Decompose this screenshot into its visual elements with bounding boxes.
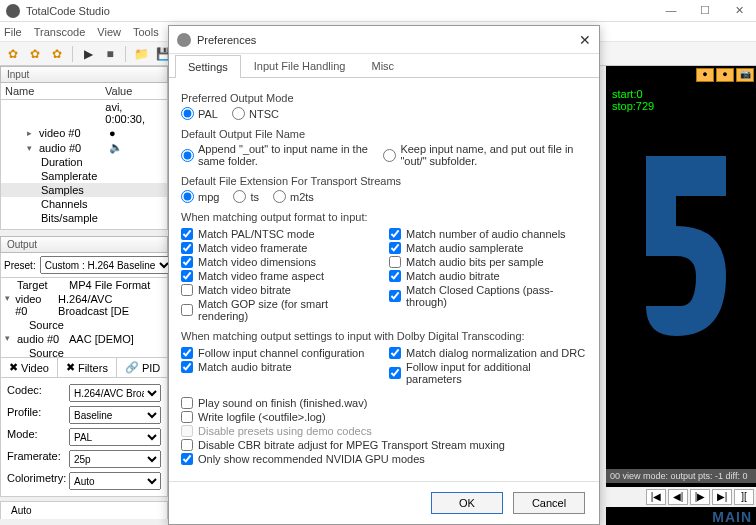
codec-select[interactable]: H.264/AVC Broadcast bbox=[69, 384, 161, 402]
preview-pane: ● ● 📷 start:0 stop:729 00 view mode: out… bbox=[606, 66, 756, 525]
chk-audio-channels[interactable]: Match number of audio channels bbox=[389, 228, 587, 240]
output-panel-header: Output bbox=[0, 236, 168, 253]
ok-button[interactable]: OK bbox=[431, 492, 503, 514]
video-icon: ● bbox=[109, 127, 116, 139]
radio-out-subfolder[interactable]: Keep input name, and put out file in "ou… bbox=[383, 143, 587, 167]
bracket-icon[interactable]: ][ bbox=[734, 489, 754, 505]
stop-icon[interactable]: ■ bbox=[101, 45, 119, 63]
cancel-button[interactable]: Cancel bbox=[513, 492, 585, 514]
radio-ntsc[interactable]: NTSC bbox=[232, 107, 279, 120]
output-tree[interactable]: TargetMP4 File Format ▾video #0H.264/AVC… bbox=[0, 278, 168, 358]
chk-video-bitrate[interactable]: Match video bitrate bbox=[181, 284, 379, 296]
col-name: Name bbox=[5, 85, 105, 97]
chk-play-sound[interactable]: Play sound on finish (finished.wav) bbox=[181, 397, 587, 409]
x-icon: ✖ bbox=[66, 361, 75, 374]
colorimetry-select[interactable]: Auto bbox=[69, 472, 161, 490]
preview-main-label: MAIN bbox=[712, 509, 752, 525]
chk-dialog-norm[interactable]: Match dialog normalization and DRC bbox=[389, 347, 587, 359]
play-icon[interactable]: ▶ bbox=[79, 45, 97, 63]
input-tree[interactable]: avi, 0:00:30, ▸video #0● ▾audio #0🔈 Dura… bbox=[0, 100, 168, 230]
mode-select[interactable]: PAL bbox=[69, 428, 161, 446]
radio-m2ts[interactable]: m2ts bbox=[273, 190, 314, 203]
maximize-button[interactable]: ☐ bbox=[694, 4, 716, 17]
link-icon: 🔗 bbox=[125, 361, 139, 374]
tree-row-selected: Samples bbox=[1, 183, 167, 197]
chk-audio-bitrate[interactable]: Match audio bitrate bbox=[389, 270, 587, 282]
dialog-tabs: Settings Input File Handling Misc bbox=[169, 54, 599, 78]
video-settings: Codec:H.264/AVC Broadcast Profile:Baseli… bbox=[0, 378, 168, 497]
tab-pid[interactable]: 🔗PID bbox=[117, 358, 169, 377]
chk-video-dimensions[interactable]: Match video dimensions bbox=[181, 256, 379, 268]
dialog-title: Preferences bbox=[197, 34, 579, 46]
app-icon bbox=[6, 4, 20, 18]
gear2-icon[interactable]: ✿ bbox=[26, 45, 44, 63]
app-title: TotalCode Studio bbox=[26, 5, 660, 17]
titlebar: TotalCode Studio — ☐ ✕ bbox=[0, 0, 756, 22]
chk-disable-demo: Disable presets using demo codecs bbox=[181, 425, 587, 437]
chk-disable-cbr[interactable]: Disable CBR bitrate adjust for MPEG Tran… bbox=[181, 439, 587, 451]
preset-label: Preset: bbox=[4, 260, 36, 271]
transport-bar: |◀ ◀| |▶ ▶| ][ bbox=[606, 487, 756, 507]
twisty-icon[interactable]: ▸ bbox=[27, 128, 37, 138]
out-name-label: Default Output File Name bbox=[181, 128, 587, 140]
tab-video[interactable]: ✖Video bbox=[1, 358, 58, 377]
menu-transcode[interactable]: Transcode bbox=[34, 26, 86, 38]
col-value: Value bbox=[105, 85, 132, 97]
input-tree-header: Name Value bbox=[0, 83, 168, 100]
step-back-icon[interactable]: ◀| bbox=[668, 489, 688, 505]
menu-file[interactable]: File bbox=[4, 26, 22, 38]
chk-pal-ntsc[interactable]: Match PAL/NTSC mode bbox=[181, 228, 379, 240]
auto-tab[interactable]: Auto bbox=[0, 501, 168, 519]
profile-select[interactable]: Baseline bbox=[69, 406, 161, 424]
radio-ts[interactable]: ts bbox=[233, 190, 259, 203]
framerate-select[interactable]: 25p bbox=[69, 450, 161, 468]
radio-mpg[interactable]: mpg bbox=[181, 190, 219, 203]
chk-nvidia-gpu[interactable]: Only show recommended NVIDIA GPU modes bbox=[181, 453, 587, 465]
preview-overlay-text: start:0 stop:729 bbox=[612, 88, 654, 112]
preview-status: 00 view mode: output pts: -1 diff: 0 bbox=[606, 469, 756, 483]
close-button[interactable]: ✕ bbox=[728, 4, 750, 17]
preferences-dialog: Preferences ✕ Settings Input File Handli… bbox=[168, 25, 600, 525]
tab-input-handling[interactable]: Input File Handling bbox=[241, 54, 359, 77]
minimize-button[interactable]: — bbox=[660, 4, 682, 17]
menu-view[interactable]: View bbox=[97, 26, 121, 38]
step-fwd-icon[interactable]: |▶ bbox=[690, 489, 710, 505]
pref-mode-label: Preferred Output Mode bbox=[181, 92, 587, 104]
detail-tabs: ✖Video ✖Filters 🔗PID bbox=[0, 358, 168, 378]
goto-start-icon[interactable]: |◀ bbox=[646, 489, 666, 505]
match-fmt-label: When matching output format to input: bbox=[181, 211, 587, 223]
input-panel-header: Input bbox=[0, 66, 168, 83]
chk-write-log[interactable]: Write logfile (<outfile>.log) bbox=[181, 411, 587, 423]
radio-append-out[interactable]: Append "_out" to input name in the same … bbox=[181, 143, 369, 167]
preview-btn-3[interactable]: 📷 bbox=[736, 68, 754, 82]
tab-settings[interactable]: Settings bbox=[175, 55, 241, 78]
chk-audio-bits[interactable]: Match audio bits per sample bbox=[389, 256, 587, 268]
preview-content-icon bbox=[636, 146, 736, 346]
goto-end-icon[interactable]: ▶| bbox=[712, 489, 732, 505]
preset-select[interactable]: Custom : H.264 Baseline bbox=[40, 256, 173, 274]
tab-filters[interactable]: ✖Filters bbox=[58, 358, 117, 377]
preview-btn-2[interactable]: ● bbox=[716, 68, 734, 82]
chk-dolby-bitrate[interactable]: Match audio bitrate bbox=[181, 361, 379, 373]
radio-pal[interactable]: PAL bbox=[181, 107, 218, 120]
dialog-close-icon[interactable]: ✕ bbox=[579, 32, 591, 48]
preview-btn-1[interactable]: ● bbox=[696, 68, 714, 82]
chk-gop-size[interactable]: Match GOP size (for smart rendering) bbox=[181, 298, 379, 322]
chk-follow-additional[interactable]: Follow input for additional parameters bbox=[389, 361, 587, 385]
dialog-icon bbox=[177, 33, 191, 47]
folder-icon[interactable]: 📁 bbox=[132, 45, 150, 63]
dolby-label: When matching output settings to input w… bbox=[181, 330, 587, 342]
gear1-icon[interactable]: ✿ bbox=[4, 45, 22, 63]
x-icon: ✖ bbox=[9, 361, 18, 374]
tab-misc[interactable]: Misc bbox=[358, 54, 407, 77]
chk-follow-channel[interactable]: Follow input channel configuration bbox=[181, 347, 379, 359]
chk-audio-samplerate[interactable]: Match audio samplerate bbox=[389, 242, 587, 254]
chk-video-framerate[interactable]: Match video framerate bbox=[181, 242, 379, 254]
twisty-icon[interactable]: ▾ bbox=[27, 143, 37, 153]
gear3-icon[interactable]: ✿ bbox=[48, 45, 66, 63]
ts-ext-label: Default File Extension For Transport Str… bbox=[181, 175, 587, 187]
audio-icon: 🔈 bbox=[109, 141, 123, 154]
chk-video-aspect[interactable]: Match video frame aspect bbox=[181, 270, 379, 282]
menu-tools[interactable]: Tools bbox=[133, 26, 159, 38]
chk-closed-captions[interactable]: Match Closed Captions (pass-through) bbox=[389, 284, 587, 308]
